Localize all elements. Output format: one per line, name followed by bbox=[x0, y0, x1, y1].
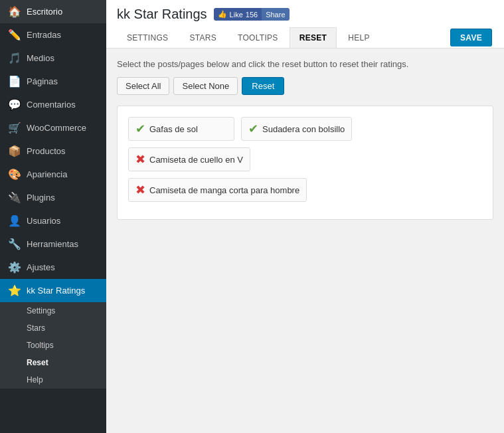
item-label-gafas: Gafas de sol bbox=[149, 124, 198, 134]
tabs-row: SETTINGSSTARSTOOLTIPSRESETHELPSAVE bbox=[117, 27, 493, 48]
sidebar-item-label: Herramientas bbox=[27, 239, 78, 249]
sidebar-item-label: Usuarios bbox=[27, 216, 60, 226]
fb-like-button[interactable]: 👍 Like 156 bbox=[214, 8, 262, 21]
sidebar-item-label: Ajustes bbox=[27, 262, 55, 272]
sidebar-item-label: Escritorio bbox=[27, 7, 62, 17]
select-none-button[interactable]: Select None bbox=[173, 77, 238, 95]
productos-icon: 📦 bbox=[8, 145, 21, 157]
sidebar-item-label: Productos bbox=[27, 146, 66, 156]
fb-like-label: Like bbox=[230, 11, 243, 19]
ajustes-icon: ⚙️ bbox=[8, 261, 21, 274]
select-all-button[interactable]: Select All bbox=[117, 77, 169, 95]
item-label-sudadera: Sudadera con bolsillo bbox=[262, 124, 345, 134]
sidebar-item-escritorio[interactable]: 🏠Escritorio bbox=[0, 0, 106, 23]
sidebar-item-ajustes[interactable]: ⚙️Ajustes bbox=[0, 256, 106, 279]
sidebar-item-label: Apariencia bbox=[27, 169, 67, 179]
kk-star-ratings-icon: ⭐ bbox=[8, 284, 21, 297]
sidebar-item-productos[interactable]: 📦Productos bbox=[0, 139, 106, 163]
check-icon-camiseta-manga: ✖ bbox=[135, 183, 145, 197]
item-camiseta-manga[interactable]: ✖Camiseta de manga corta para hombre bbox=[128, 178, 307, 202]
items-area: ✔Gafas de sol✔Sudadera con bolsillo✖Cami… bbox=[117, 106, 493, 220]
items-row-2: ✖Camiseta de cuello en V bbox=[128, 147, 482, 171]
sidebar-item-label: Plugins bbox=[27, 193, 55, 203]
entradas-icon: ✏️ bbox=[8, 29, 21, 41]
submenu-item-settings[interactable]: Settings bbox=[0, 302, 106, 319]
sidebar-item-woocommerce[interactable]: 🛒WooCommerce bbox=[0, 116, 106, 139]
sidebar-item-usuarios[interactable]: 👤Usuarios bbox=[0, 209, 106, 232]
sidebar-item-paginas[interactable]: 📄Páginas bbox=[0, 70, 106, 93]
comentarios-icon: 💬 bbox=[8, 98, 21, 111]
item-camiseta-v[interactable]: ✖Camiseta de cuello en V bbox=[128, 147, 250, 171]
sidebar: 🏠Escritorio✏️Entradas🎵Medios📄Páginas💬Com… bbox=[0, 0, 106, 433]
check-icon-camiseta-v: ✖ bbox=[135, 152, 145, 167]
tab-help[interactable]: HELP bbox=[338, 27, 380, 48]
items-container: ✔Gafas de sol✔Sudadera con bolsillo✖Cami… bbox=[128, 117, 482, 202]
check-icon-sudadera: ✔ bbox=[248, 122, 258, 136]
sidebar-item-comentarios[interactable]: 💬Comentarios bbox=[0, 93, 106, 116]
sidebar-item-label: Medios bbox=[27, 53, 54, 63]
sidebar-item-label: kk Star Ratings bbox=[27, 286, 85, 296]
apariencia-icon: 🎨 bbox=[8, 168, 21, 181]
item-label-camiseta-v: Camiseta de cuello en V bbox=[149, 155, 243, 165]
usuarios-icon: 👤 bbox=[8, 215, 21, 227]
herramientas-icon: 🔧 bbox=[8, 238, 21, 250]
escritorio-icon: 🏠 bbox=[8, 5, 21, 18]
main-content: kk Star Ratings 👍 Like 156 Share SETTING… bbox=[106, 0, 504, 433]
sidebar-item-label: Entradas bbox=[27, 30, 61, 40]
item-gafas[interactable]: ✔Gafas de sol bbox=[128, 117, 234, 141]
medios-icon: 🎵 bbox=[8, 52, 21, 64]
tab-settings[interactable]: SETTINGS bbox=[117, 27, 178, 48]
page-title: kk Star Ratings bbox=[117, 7, 207, 22]
sidebar-item-label: Páginas bbox=[27, 76, 58, 86]
item-sudadera[interactable]: ✔Sudadera con bolsillo bbox=[241, 117, 352, 141]
item-label-camiseta-manga: Camiseta de manga corta para hombre bbox=[149, 185, 299, 195]
paginas-icon: 📄 bbox=[8, 75, 21, 88]
sidebar-item-kk-star-ratings[interactable]: ⭐kk Star Ratings bbox=[0, 279, 106, 302]
sidebar-item-herramientas[interactable]: 🔧Herramientas bbox=[0, 232, 106, 256]
tab-reset[interactable]: RESET bbox=[290, 27, 337, 48]
sidebar-item-apariencia[interactable]: 🎨Apariencia bbox=[0, 163, 106, 186]
save-button[interactable]: SAVE bbox=[450, 29, 492, 46]
submenu-item-stars[interactable]: Stars bbox=[0, 319, 106, 337]
action-buttons: Select All Select None Reset bbox=[117, 77, 493, 95]
description-text: Select the posts/pages below and click t… bbox=[117, 59, 493, 69]
woocommerce-icon: 🛒 bbox=[8, 122, 21, 134]
header: kk Star Ratings 👍 Like 156 Share SETTING… bbox=[106, 0, 504, 48]
sidebar-item-medios[interactable]: 🎵Medios bbox=[0, 46, 106, 70]
sidebar-item-entradas[interactable]: ✏️Entradas bbox=[0, 23, 106, 46]
check-icon-gafas: ✔ bbox=[135, 122, 145, 136]
tab-stars[interactable]: STARS bbox=[179, 27, 226, 48]
fb-buttons: 👍 Like 156 Share bbox=[214, 8, 290, 21]
items-row-3: ✖Camiseta de manga corta para hombre bbox=[128, 178, 482, 202]
fb-like-icon: 👍 bbox=[218, 10, 227, 19]
fb-share-button[interactable]: Share bbox=[262, 8, 289, 21]
tab-tooltips[interactable]: TOOLTIPS bbox=[228, 27, 288, 48]
fb-like-count: 156 bbox=[246, 11, 258, 19]
submenu-item-reset[interactable]: Reset bbox=[0, 354, 106, 371]
submenu-item-help[interactable]: Help bbox=[0, 371, 106, 389]
plugins-icon: 🔌 bbox=[8, 191, 21, 204]
reset-button[interactable]: Reset bbox=[242, 77, 284, 95]
submenu-item-tooltips[interactable]: Tooltips bbox=[0, 337, 106, 354]
sidebar-item-label: Comentarios bbox=[27, 100, 76, 110]
sidebar-item-plugins[interactable]: 🔌Plugins bbox=[0, 186, 106, 209]
sidebar-item-label: WooCommerce bbox=[27, 123, 86, 133]
content-area: Select the posts/pages below and click t… bbox=[106, 48, 504, 433]
items-row-1: ✔Gafas de sol✔Sudadera con bolsillo bbox=[128, 117, 482, 141]
